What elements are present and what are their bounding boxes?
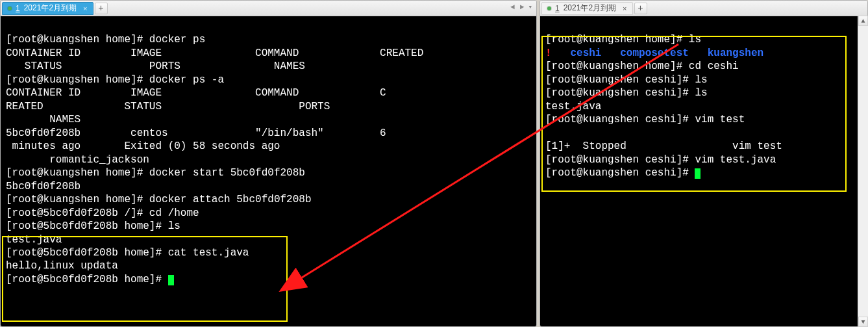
plus-icon: +	[98, 3, 103, 14]
command: ls	[695, 74, 707, 86]
command: ls	[689, 34, 701, 46]
tab-number: 1	[16, 4, 20, 13]
left-terminal[interactable]: [root@kuangshen home]# docker ps CONTAIN…	[1, 16, 536, 326]
prompt: [root@5bc0fd0f208b home]#	[6, 247, 168, 259]
term-line: CONTAINER ID IMAGE COMMAND CREATED	[6, 47, 436, 59]
left-tabbar: 1 2021年2月到期 × + ◄ ► ▾	[1, 1, 536, 16]
term-line: minutes ago Exited (0) 58 seconds ago	[6, 140, 380, 152]
tab-next-icon[interactable]: ►	[519, 3, 526, 11]
right-pane: 1 2021年2月到期 × + [root@kuangshen home]# l…	[539, 0, 868, 327]
prompt: [root@5bc0fd0f208b home]#	[6, 274, 168, 285]
prompt: [root@kuangshen ceshi]#	[545, 154, 695, 166]
command: docker attach 5bc0fd0f208b	[149, 194, 312, 205]
prompt: [root@kuangshen ceshi]#	[545, 87, 695, 99]
command: ls	[168, 220, 180, 232]
prompt: [root@5bc0fd0f208b /]#	[6, 207, 149, 219]
term-line: romantic_jackson	[6, 154, 149, 166]
tab-close-icon[interactable]: ×	[623, 5, 626, 12]
ls-item: ceshi	[570, 47, 601, 59]
command: docker start 5bc0fd0f208b	[149, 167, 305, 179]
prompt: [root@kuangshen ceshi]#	[545, 167, 695, 179]
term-line: [root@5bc0fd0f208b /]# cd /home	[6, 207, 199, 219]
prompt: [root@kuangshen ceshi]#	[545, 74, 695, 86]
term-line: [root@kuangshen ceshi]# ls	[545, 74, 708, 86]
term-line: test.java	[6, 234, 62, 246]
term-line: ! ceshi composetest kuangshen	[545, 47, 763, 59]
tab-label: 2021年2月到期	[24, 3, 77, 14]
tab-number: 1	[555, 4, 560, 13]
tab-add-button[interactable]: +	[634, 3, 647, 14]
tab-add-button[interactable]: +	[95, 3, 108, 14]
term-line: STATUS PORTS NAMES	[6, 60, 305, 72]
command: cd ceshi	[689, 60, 739, 72]
term-line: [root@kuangshen home]# cd ceshi	[545, 60, 739, 72]
command: ls	[695, 87, 707, 99]
command: cat test.java	[168, 247, 249, 259]
prompt: [root@kuangshen ceshi]#	[545, 114, 695, 125]
term-line: hello,linux updata	[6, 260, 118, 272]
term-line: [root@kuangshen home]# ls	[545, 34, 701, 46]
term-line: 5bc0fd0f208b centos "/bin/bash" 6	[6, 127, 386, 139]
command: cd /home	[149, 207, 199, 219]
term-line: [root@5bc0fd0f208b home]# ls	[6, 220, 180, 232]
ls-item: composetest	[620, 47, 689, 59]
left-tab-1[interactable]: 1 2021年2月到期 ×	[2, 2, 93, 15]
prompt: [root@kuangshen home]#	[6, 167, 149, 179]
tab-close-icon[interactable]: ×	[83, 5, 87, 12]
term-line: [root@5bc0fd0f208b home]#	[6, 274, 174, 285]
term-line: [root@kuangshen ceshi]# ls	[545, 87, 708, 99]
plus-icon: +	[638, 3, 643, 14]
term-line: [root@kuangshen home]# docker ps -a	[6, 74, 224, 86]
prompt: [root@kuangshen home]#	[545, 34, 689, 46]
prompt: [root@kuangshen home]#	[545, 60, 689, 72]
command: docker ps -a	[149, 74, 224, 86]
status-dot-icon	[547, 7, 551, 10]
term-line: [root@kuangshen home]# docker ps	[6, 34, 205, 46]
prompt: [root@kuangshen home]#	[6, 194, 149, 205]
command: vim test	[695, 114, 745, 125]
term-line: REATED STATUS PORTS	[6, 101, 380, 112]
prompt: [root@kuangshen home]#	[6, 74, 149, 86]
term-line: test.java	[545, 101, 601, 112]
prompt: [root@kuangshen home]#	[6, 34, 149, 46]
left-pane: 1 2021年2月到期 × + ◄ ► ▾ [root@kuangshen ho…	[0, 0, 537, 327]
status-dot-icon	[8, 7, 12, 10]
right-tab-1[interactable]: 1 2021年2月到期 ×	[541, 2, 633, 15]
term-line: [root@5bc0fd0f208b home]# cat test.java	[6, 247, 249, 259]
tab-label: 2021年2月到期	[564, 3, 616, 14]
term-line: [root@kuangshen home]# docker attach 5bc…	[6, 194, 311, 205]
ls-item: kuangshen	[708, 47, 763, 59]
terminal-cursor	[168, 275, 174, 285]
term-line: NAMES	[6, 114, 81, 125]
ls-item: !	[545, 47, 552, 59]
tab-prev-icon[interactable]: ◄	[509, 3, 516, 11]
command: vim test.java	[695, 154, 776, 166]
scroll-down-icon[interactable]: ▼	[858, 317, 868, 327]
right-tabbar: 1 2021年2月到期 × +	[540, 1, 867, 16]
term-line: 5bc0fd0f208b	[6, 181, 81, 192]
terminal-cursor	[695, 168, 701, 179]
term-line: [root@kuangshen ceshi]# vim test.java	[545, 154, 776, 166]
command: docker ps	[149, 34, 205, 46]
term-line: [root@kuangshen ceshi]#	[545, 167, 701, 179]
term-line: CONTAINER ID IMAGE COMMAND C	[6, 87, 386, 99]
term-line: [1]+ Stopped vim test	[545, 140, 782, 152]
tab-menu-icon[interactable]: ▾	[528, 3, 532, 11]
term-line: [root@kuangshen home]# docker start 5bc0…	[6, 167, 305, 179]
prompt: [root@5bc0fd0f208b home]#	[6, 220, 168, 232]
right-scrollbar[interactable]: ▲ ▼	[858, 16, 868, 327]
right-terminal[interactable]: [root@kuangshen home]# ls ! ceshi compos…	[540, 16, 867, 326]
tab-nav-controls: ◄ ► ▾	[509, 3, 532, 11]
term-line: [root@kuangshen ceshi]# vim test	[545, 114, 745, 125]
scroll-up-icon[interactable]: ▲	[858, 16, 868, 26]
